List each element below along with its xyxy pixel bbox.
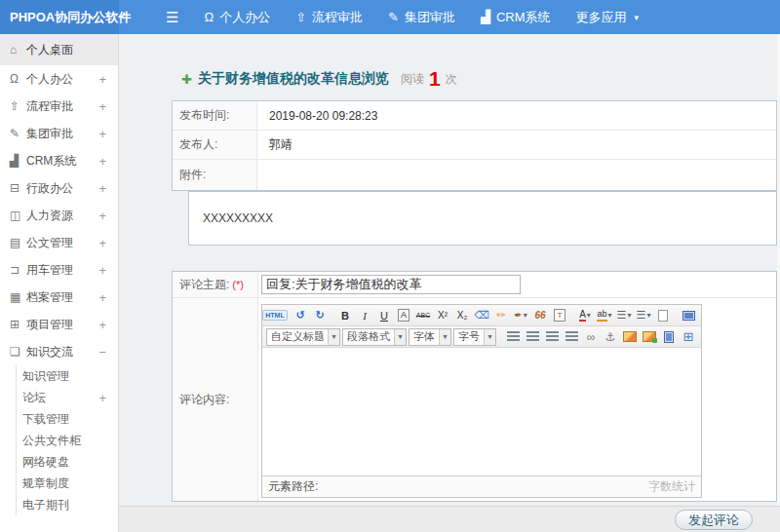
- custom-title-select[interactable]: 自定义标题▾: [266, 328, 340, 346]
- sidebar-item-project-mgmt[interactable]: ⊞ 项目管理 +: [0, 311, 118, 338]
- sidebar-subitem-public-file-cabinet[interactable]: 公共文件柜: [17, 430, 118, 451]
- sidebar-item-document-mgmt[interactable]: ▤ 公文管理 +: [0, 229, 118, 256]
- sidebar-subitem-knowledge-mgmt[interactable]: 知识管理: [17, 365, 118, 387]
- sidebar-subitem-forum[interactable]: 论坛 +: [17, 387, 118, 408]
- expand-icon[interactable]: +: [98, 181, 106, 196]
- expand-icon[interactable]: +: [98, 99, 106, 114]
- nav-label: CRM系统: [496, 9, 551, 26]
- expand-icon[interactable]: +: [98, 209, 106, 223]
- sidebar-item-personal-office[interactable]: Ω 个人办公 +: [0, 65, 118, 93]
- sidebar-item-hr[interactable]: ◫ 人力资源 +: [0, 202, 118, 229]
- person-icon: Ω: [204, 10, 214, 24]
- font-frame-button[interactable]: A: [395, 307, 412, 323]
- hamburger-menu-icon[interactable]: ☰: [166, 9, 178, 26]
- project-icon: ⊞: [10, 318, 26, 331]
- redo-icon[interactable]: ↻: [311, 307, 329, 323]
- sidebar-item-knowledge-exchange[interactable]: ❏ 知识交流 −: [0, 338, 118, 365]
- strikethrough-button[interactable]: ABC: [414, 307, 432, 323]
- blank-doc-icon: [658, 310, 668, 322]
- sidebar-subitem-rules[interactable]: 规章制度: [17, 473, 118, 494]
- sidebar-item-archive-mgmt[interactable]: ▦ 档案管理 +: [0, 284, 118, 311]
- expand-icon[interactable]: +: [98, 290, 106, 305]
- upload-image-button[interactable]: [641, 328, 658, 345]
- sidebar-item-desktop[interactable]: ⌂ 个人桌面: [0, 34, 118, 65]
- read-unit: 次: [446, 71, 457, 88]
- expand-icon[interactable]: +: [98, 318, 106, 332]
- align-left-button[interactable]: [504, 328, 522, 345]
- sidebar-item-crm[interactable]: ▟ CRM系统 +: [0, 147, 118, 174]
- attachment-value: [257, 160, 776, 190]
- collapse-icon[interactable]: −: [98, 345, 106, 360]
- font-size-select[interactable]: 字号▾: [453, 328, 496, 346]
- fullscreen-button[interactable]: [680, 307, 697, 323]
- insert-media-button[interactable]: [660, 328, 678, 345]
- paste-button[interactable]: T: [551, 307, 568, 323]
- media-icon: [664, 331, 674, 343]
- chat-icon: ❏: [10, 345, 26, 359]
- chevron-down-icon: ▾: [328, 329, 339, 345]
- expand-icon[interactable]: +: [98, 154, 106, 169]
- nav-item-personal-office[interactable]: Ω 个人办公: [204, 9, 270, 26]
- required-mark: (*): [232, 279, 244, 290]
- highlight-color-button[interactable]: ab▾: [596, 307, 613, 323]
- align-right-button[interactable]: [543, 328, 561, 345]
- clean-format-icon[interactable]: ✏: [492, 307, 510, 323]
- font-color-button[interactable]: A▾: [576, 307, 594, 323]
- ordered-list-button[interactable]: ☰▾: [615, 307, 633, 323]
- sidebar-subitem-network-disk[interactable]: 网络硬盘: [17, 451, 118, 473]
- table-row: 附件:: [173, 160, 776, 190]
- bold-button[interactable]: B: [336, 307, 354, 323]
- align-justify-button[interactable]: [563, 328, 580, 345]
- sidebar: ⌂ 个人桌面 Ω 个人办公 + ⇧ 流程审批 + ✎ 集团审批 + ▟ CRM系…: [0, 34, 119, 532]
- format-paint-button[interactable]: ✒▾: [512, 307, 529, 323]
- nav-item-more-apps[interactable]: 更多应用 ▾: [576, 9, 640, 26]
- italic-button[interactable]: I: [356, 307, 373, 323]
- html-source-button[interactable]: HTML: [266, 307, 284, 323]
- sidebar-subitem-e-journal[interactable]: 电子期刊: [17, 494, 118, 515]
- align-center-button[interactable]: [524, 328, 541, 345]
- subject-cell: [258, 272, 776, 297]
- publish-time-label: 发布时间:: [173, 101, 257, 130]
- expand-icon[interactable]: +: [98, 263, 106, 278]
- undo-icon[interactable]: ↺: [292, 307, 309, 323]
- document-icon: ▤: [10, 236, 26, 249]
- paragraph-format-select[interactable]: 段落格式▾: [342, 328, 407, 346]
- blockquote-button[interactable]: 66: [531, 307, 549, 323]
- new-document-button[interactable]: [654, 307, 672, 323]
- nav-item-group-approval[interactable]: ✎ 集团审批: [388, 9, 455, 26]
- underline-button[interactable]: U: [375, 307, 393, 323]
- subscript-button[interactable]: X₂: [453, 307, 471, 323]
- subject-input[interactable]: [261, 275, 521, 294]
- image-upload-icon: [643, 331, 656, 342]
- sidebar-item-admin-office[interactable]: ⊟ 行政办公 +: [0, 174, 118, 202]
- expand-icon[interactable]: +: [98, 391, 106, 405]
- align-justify-icon: [566, 331, 578, 342]
- link-icon[interactable]: ∞: [582, 328, 600, 345]
- nav-label: 集团审批: [405, 9, 455, 26]
- expand-icon[interactable]: +: [98, 127, 106, 141]
- superscript-button[interactable]: X²: [434, 307, 451, 323]
- edit-icon: ✎: [10, 127, 26, 140]
- sidebar-item-workflow-approval[interactable]: ⇧ 流程审批 +: [0, 93, 118, 120]
- font-family-select[interactable]: 字体▾: [409, 328, 451, 346]
- insert-image-button[interactable]: [621, 328, 639, 345]
- expand-icon[interactable]: +: [98, 236, 106, 250]
- form-footer: 发起评论: [119, 506, 780, 532]
- briefcase-icon: ⊟: [10, 181, 26, 195]
- sidebar-subitem-download-mgmt[interactable]: 下载管理: [17, 408, 118, 430]
- sidebar-item-group-approval[interactable]: ✎ 集团审批 +: [0, 120, 118, 147]
- submit-comment-button[interactable]: 发起评论: [675, 510, 753, 530]
- anchor-icon[interactable]: ⚓: [602, 328, 619, 345]
- expand-icon[interactable]: +: [98, 72, 106, 87]
- align-center-icon: [526, 331, 539, 342]
- unordered-list-button[interactable]: ☰▾: [635, 307, 652, 323]
- chevron-down-icon: ▾: [524, 311, 527, 320]
- nav-item-workflow-approval[interactable]: ⇧ 流程审批: [295, 9, 363, 26]
- upload-icon: ⇧: [10, 99, 26, 113]
- sidebar-item-vehicle-mgmt[interactable]: ⊐ 用车管理 +: [0, 256, 118, 284]
- nav-item-crm[interactable]: ▟ CRM系统: [481, 9, 551, 26]
- insert-table-button[interactable]: ⊞: [680, 328, 697, 345]
- eraser-icon[interactable]: ⌫: [473, 307, 490, 323]
- element-path-label: 元素路径:: [268, 478, 318, 495]
- editor-content-area[interactable]: [262, 348, 701, 475]
